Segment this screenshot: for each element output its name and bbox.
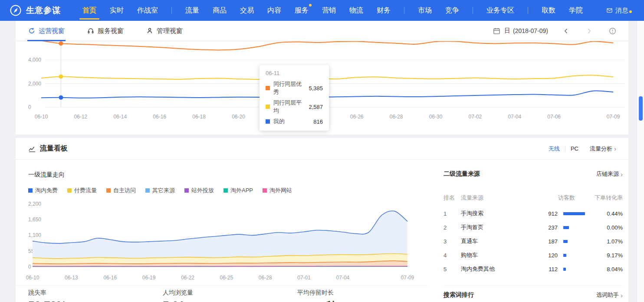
- svg-text:07-04: 07-04: [336, 275, 350, 281]
- nav-item-traffic[interactable]: 流量: [185, 0, 199, 21]
- metric-pages-per-visit: 人均浏览量 5.01: [163, 289, 193, 302]
- table-row[interactable]: 1 手淘搜索 912 0.44%: [444, 207, 623, 220]
- nav-menu: 首页 实时 作战室 流量 商品 交易 内容 服务 营销 物流 财务 市场 竞争 …: [82, 0, 583, 21]
- traffic-trend-chart[interactable]: 2,2001,6501,100550006-1006-1306-1606-190…: [16, 194, 428, 281]
- person-icon: [146, 27, 153, 34]
- visitors-bar: [563, 240, 568, 243]
- board-title: 流量看板: [40, 144, 68, 153]
- series-swatch: [266, 86, 270, 90]
- messages-button[interactable]: 消息: [606, 7, 628, 15]
- svg-text:1,650: 1,650: [28, 217, 41, 223]
- svg-text:06-26: 06-26: [350, 114, 364, 120]
- svg-text:06-30: 06-30: [429, 114, 443, 120]
- word-picker-link[interactable]: 选词助手›: [596, 291, 623, 299]
- tab-service-view[interactable]: 服务视窗: [87, 21, 124, 41]
- svg-text:07-06: 07-06: [547, 114, 561, 120]
- svg-text:07-02: 07-02: [469, 114, 482, 120]
- nav-item-warroom[interactable]: 作战室: [137, 0, 158, 21]
- notification-dot: [629, 10, 632, 13]
- legend-item[interactable]: 其它来源: [145, 187, 175, 194]
- svg-text:06-22: 06-22: [181, 275, 194, 281]
- chevron-right-icon: ›: [621, 292, 623, 299]
- tab-management-view[interactable]: 管理视窗: [146, 21, 183, 41]
- nav-item-home[interactable]: 首页: [82, 0, 96, 21]
- visitor-trend-chart[interactable]: 02,0004,00006-1006-1206-1406-1606-1806-2…: [16, 41, 628, 134]
- nav-item-transactions[interactable]: 交易: [240, 0, 254, 21]
- table-row[interactable]: 2 手淘首页 237 0.00%: [444, 220, 623, 234]
- svg-text:06-20: 06-20: [232, 114, 245, 120]
- date-granularity[interactable]: 日: [504, 27, 510, 35]
- top-nav: 生意参谋 首页 实时 作战室 流量 商品 交易 内容 服务 营销 物流 财务 市…: [0, 0, 644, 21]
- legend-item[interactable]: 自主访问: [106, 187, 136, 194]
- visitors-bar: [563, 226, 569, 229]
- nav-item-realtime[interactable]: 实时: [110, 0, 124, 21]
- device-tab-wireless[interactable]: 无线: [549, 145, 560, 153]
- table-row[interactable]: 3 直通车 187 1.07%: [444, 234, 623, 248]
- nav-item-academy[interactable]: 学院: [569, 0, 583, 21]
- svg-text:06-19: 06-19: [142, 275, 156, 281]
- nav-item-logistics[interactable]: 物流: [349, 0, 363, 21]
- date-value[interactable]: (2018-07-09): [513, 27, 548, 34]
- source-panel-title: 二级流量来源: [444, 170, 480, 178]
- traffic-analysis-link[interactable]: 流量分析›: [590, 145, 616, 153]
- nav-item-competition[interactable]: 竞争: [445, 0, 459, 21]
- info-icon[interactable]: [609, 27, 616, 35]
- tab-operations-view[interactable]: 运营视窗: [28, 21, 65, 41]
- legend-item[interactable]: 淘外网站: [263, 187, 292, 194]
- brand[interactable]: 生意参谋: [10, 4, 61, 16]
- nav-divider: [473, 7, 473, 14]
- nav-item-market[interactable]: 市场: [418, 0, 432, 21]
- svg-text:07-01: 07-01: [297, 275, 311, 281]
- brand-name: 生意参谋: [26, 5, 61, 16]
- prev-date-button[interactable]: [563, 28, 569, 34]
- svg-text:06-12: 06-12: [74, 114, 88, 120]
- chart-tooltip: 06-11 同行同层优秀 5,385 同行同层平均 2,587 我的 816: [260, 65, 329, 131]
- legend-item[interactable]: 站外投放: [184, 187, 214, 194]
- table-header: 排名 流量来源 访客数 下单转化率: [444, 194, 623, 202]
- tooltip-date: 06-11: [266, 70, 323, 76]
- metric-bounce-rate: 跳失率 59.72%: [28, 289, 66, 302]
- next-date-button[interactable]: [586, 28, 592, 34]
- refresh-icon: [28, 27, 35, 34]
- svg-text:06-18: 06-18: [192, 114, 206, 120]
- svg-text:06-16: 06-16: [153, 114, 166, 120]
- legend-item[interactable]: 淘内免费: [28, 187, 58, 194]
- chevron-right-icon: ›: [614, 145, 616, 152]
- traffic-board-header: 流量看板 无线 PC 流量分析›: [16, 138, 628, 160]
- search-rank-title: 搜索词排行: [444, 291, 474, 299]
- svg-text:06-14: 06-14: [113, 114, 127, 120]
- svg-text:07-04: 07-04: [508, 114, 521, 120]
- nav-item-service[interactable]: 服务: [295, 0, 309, 21]
- envelope-icon: [606, 7, 613, 13]
- shop-source-link[interactable]: 店铺来源›: [596, 170, 623, 178]
- page-scrollbar[interactable]: [637, 21, 644, 302]
- view-tabbar: 运营视窗 服务视窗 管理视窗 日 (2018-07-09): [16, 21, 628, 41]
- scrollbar-thumb[interactable]: [639, 96, 643, 121]
- visitors-bar: [563, 212, 585, 215]
- metric-avg-stay-time: 平均停留时长 17.48秒: [297, 289, 337, 302]
- nav-item-business-zone[interactable]: 业务专区: [486, 0, 514, 21]
- primary-traffic-section: 一级流量走向 淘内免费 付费流量 自主访问 其它来源 站外投放 淘外APP 淘外…: [16, 160, 428, 302]
- svg-text:1,100: 1,100: [28, 232, 41, 238]
- tooltip-row: 同行同层优秀 5,385: [266, 80, 323, 96]
- svg-text:0: 0: [28, 264, 31, 270]
- table-row[interactable]: 5 淘内免费其他 112 8.04%: [444, 262, 623, 276]
- nav-item-marketing[interactable]: 营销: [322, 0, 336, 21]
- svg-text:06-28: 06-28: [259, 275, 272, 281]
- calendar-icon[interactable]: [493, 27, 500, 35]
- svg-text:06-25: 06-25: [220, 275, 233, 281]
- svg-text:4,000: 4,000: [28, 57, 41, 63]
- svg-text:2,200: 2,200: [28, 201, 41, 207]
- legend-item[interactable]: 付费流量: [67, 187, 97, 194]
- nav-item-finance[interactable]: 财务: [377, 0, 391, 21]
- date-controls: 日 (2018-07-09): [493, 27, 616, 35]
- table-row[interactable]: 4 购物车 120 9.17%: [444, 248, 623, 262]
- device-tab-pc[interactable]: PC: [571, 145, 578, 152]
- nav-item-products[interactable]: 商品: [213, 0, 227, 21]
- nav-item-data-fetch[interactable]: 取数: [542, 0, 555, 21]
- legend-item[interactable]: 淘外APP: [223, 187, 253, 194]
- svg-text:2,000: 2,000: [28, 81, 41, 87]
- line-chart-icon: [28, 145, 36, 153]
- nav-item-content[interactable]: 内容: [267, 0, 281, 21]
- search-rank-section: 搜索词排行 选词助手›: [444, 285, 623, 299]
